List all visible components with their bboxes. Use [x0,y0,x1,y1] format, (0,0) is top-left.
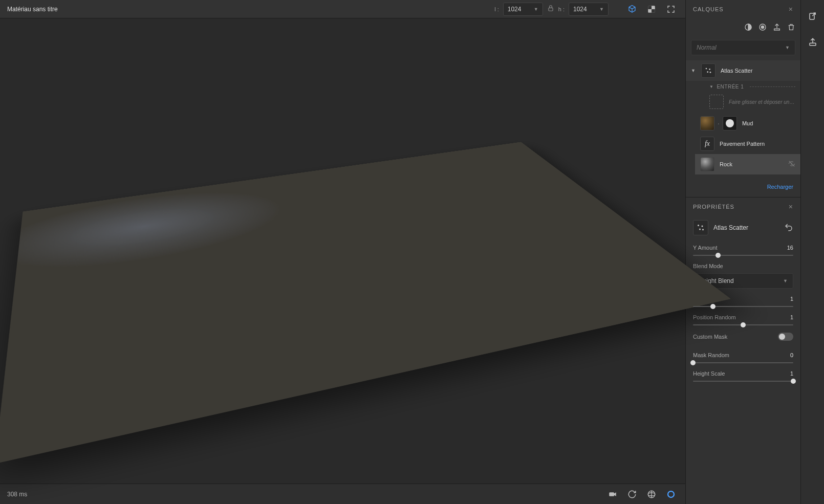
prop-label: Position Random [693,314,736,320]
prop-y-amount: Y Amount 16 [686,239,800,258]
layer-name: Mud [742,120,795,126]
prop-value: 1 [790,314,793,320]
svg-rect-11 [774,29,780,30]
svg-point-14 [707,71,708,73]
position-random-slider[interactable] [693,324,793,325]
height-scale-slider[interactable] [693,381,793,382]
dimensions-group: l : 1024 ▼ h : 1024 ▼ [494,3,609,16]
custom-mask-toggle[interactable] [778,333,793,341]
document-title: Matériau sans titre [7,6,489,13]
svg-rect-3 [652,9,655,13]
blend-mode-select[interactable]: Normal ▼ [691,40,795,55]
prop-label: Blend Mode [693,263,723,269]
blend-mode-value: Normal [697,44,717,51]
lock-icon[interactable] [547,5,554,13]
render-time: 308 ms [7,491,27,498]
drop-box-icon [709,95,724,109]
y-amount-slider[interactable] [693,255,793,256]
svg-point-16 [698,225,699,226]
chevron-down-icon: ▼ [785,45,790,50]
prop-custom-mask: Custom Mask [686,327,800,347]
export-icon[interactable] [773,23,781,33]
side-panel: CALQUES × Normal ▼ ▼ Atlas Scatter ▼ [685,0,800,504]
import-icon[interactable] [806,9,820,24]
scatter-icon [693,220,708,235]
layer-rock[interactable]: Rock [695,154,800,174]
reload-link[interactable]: Recharger [686,177,800,197]
prop-value: 16 [787,245,793,251]
layer-mud[interactable]: · Mud [695,113,800,134]
layers-title: CALQUES [693,6,724,12]
input-header: ▼ ENTRÉE 1 [695,81,800,93]
layer-tools [686,18,800,37]
prop-value: 1 [790,296,793,302]
scatter-icon [701,63,715,78]
prop-height-scale: Height Scale 1 [686,365,800,384]
height-label: h : [558,6,565,12]
svg-point-10 [761,26,764,28]
layer-group-name: Atlas Scatter [721,68,795,74]
sublayers: ▼ ENTRÉE 1 Faire glisser et déposer un m… [686,81,800,174]
properties-target-name: Atlas Scatter [713,224,748,231]
undo-icon[interactable] [784,223,793,233]
layer-pavement-pattern[interactable]: fx Pavement Pattern [695,134,800,154]
svg-point-19 [702,229,704,230]
prop-label: Y Amount [693,245,718,251]
mask-icon[interactable] [758,23,767,33]
visibility-off-icon[interactable] [788,160,795,169]
material-preview [34,65,651,437]
prop-value: 1 [790,370,793,377]
layers-panel-header: CALQUES × [686,0,800,18]
refresh-button[interactable] [625,487,639,501]
close-icon[interactable]: × [789,5,793,13]
properties-title: PROPRIÉTÉS [693,204,734,210]
properties-panel: PROPRIÉTÉS × Atlas Scatter Y Amount 16 [686,197,800,504]
width-value: 1024 [508,6,522,13]
material-thumb-icon [700,116,714,130]
view-2d-button[interactable] [644,2,659,16]
fx-icon: fx [700,137,714,151]
mask-random-slider[interactable] [693,362,793,363]
svg-point-7 [668,491,674,497]
svg-point-12 [706,68,707,70]
prop-mask-random: Mask Random 0 [686,347,800,365]
app-root: Matériau sans titre l : 1024 ▼ h : 1024 … [0,0,824,504]
svg-rect-0 [549,8,553,11]
height-value: 1024 [573,6,587,13]
material-drop-zone[interactable]: Faire glisser et déposer un matéria… [709,95,795,109]
width-label: l : [494,6,499,12]
render-mode-button[interactable] [664,487,678,501]
layer-name: Pavement Pattern [720,141,795,147]
trash-icon[interactable] [787,23,795,33]
mask-thumb-icon [723,116,737,130]
main-column: Matériau sans titre l : 1024 ▼ h : 1024 … [0,0,685,504]
adjustment-icon[interactable] [744,23,752,33]
layer-group-atlas-scatter[interactable]: ▼ Atlas Scatter [686,60,800,81]
prop-label: Mask Random [693,352,729,358]
svg-point-15 [710,72,711,73]
viewport-3d[interactable] [0,18,685,484]
chevron-down-icon: ▼ [534,7,538,12]
width-select[interactable]: 1024 ▼ [503,3,543,16]
layer-name: Rock [720,161,783,167]
prop-label: Height Scale [693,370,725,377]
svg-rect-21 [810,43,816,46]
right-rail [800,0,824,504]
scale-slider[interactable] [693,306,793,307]
close-icon[interactable]: × [789,203,793,211]
prop-value: 0 [790,352,793,358]
share-icon[interactable] [806,35,820,49]
properties-target-header: Atlas Scatter [686,216,800,239]
view-3d-button[interactable] [625,2,639,16]
svg-point-17 [702,226,703,227]
input-label: ENTRÉE 1 [717,84,744,90]
camera-button[interactable] [605,487,620,501]
caret-down-icon[interactable]: ▼ [691,68,696,73]
svg-rect-2 [648,6,652,9]
drop-hint: Faire glisser et déposer un matéria… [729,99,795,105]
fullscreen-button[interactable] [664,2,678,16]
height-select[interactable]: 1024 ▼ [569,3,609,16]
environment-button[interactable] [644,487,659,501]
topbar: Matériau sans titre l : 1024 ▼ h : 1024 … [0,0,685,18]
chevron-down-icon: ▼ [599,7,604,12]
